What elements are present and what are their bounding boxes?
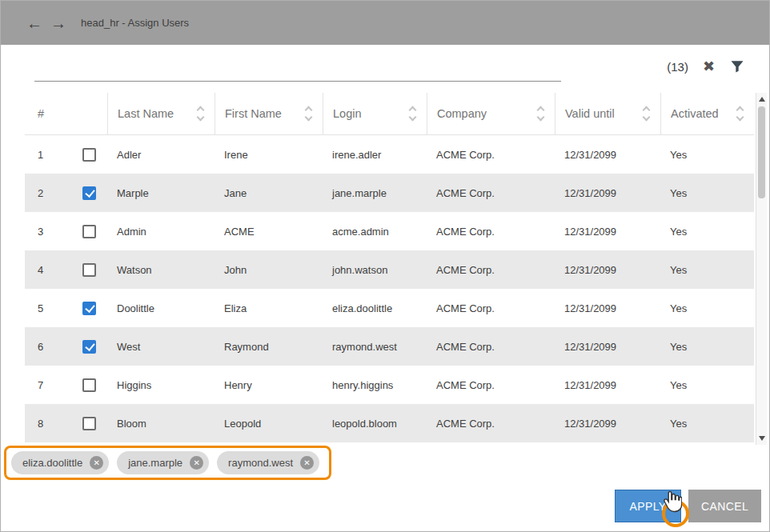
table-row: 6WestRaymondraymond.westACME Corp.12/31/…	[25, 327, 754, 366]
column-header-company[interactable]: Company	[427, 93, 555, 134]
user-chip: raymond.west✕	[217, 451, 319, 474]
sort-icon[interactable]	[306, 107, 311, 120]
table-row: 3AdminACMEacme.adminACME Corp.12/31/2099…	[25, 212, 754, 250]
cell-login: leopold.bloom	[323, 418, 427, 430]
cell-first-name: Eliza	[215, 302, 323, 314]
result-count: (13)	[667, 60, 688, 74]
cell-first-name: Henry	[215, 379, 323, 391]
table-row: 5DoolittleElizaeliza.doolittleACME Corp.…	[25, 289, 754, 327]
column-label: #	[38, 107, 44, 120]
cell-first-name: Irene	[215, 149, 323, 161]
column-label: Activated	[671, 107, 719, 120]
sort-icon[interactable]	[538, 107, 543, 120]
cell-last-name: Admin	[107, 226, 215, 238]
filter-funnel-icon[interactable]	[729, 58, 745, 74]
back-arrow-icon[interactable]: ←	[26, 15, 42, 31]
row-number-cell: 1	[25, 148, 107, 162]
column-header-last-name[interactable]: Last Name	[107, 93, 215, 134]
cell-first-name: ACME	[215, 226, 323, 238]
forward-arrow-icon[interactable]: →	[50, 15, 66, 31]
cell-last-name: Higgins	[107, 379, 215, 391]
row-number-cell: 8	[25, 417, 107, 430]
selected-users-chips: eliza.doolittle✕jane.marple✕raymond.west…	[4, 446, 331, 480]
vertical-scrollbar[interactable]	[756, 93, 767, 445]
sort-icon[interactable]	[737, 107, 743, 120]
cell-valid-until: 12/31/2099	[555, 187, 660, 199]
clear-filter-icon[interactable]: ✖	[703, 59, 715, 74]
filter-controls: (13) ✖	[667, 55, 745, 78]
row-number: 5	[38, 302, 82, 314]
cell-company: ACME Corp.	[427, 418, 555, 430]
cell-login: jane.marple	[323, 187, 427, 199]
column-label: Company	[437, 107, 487, 120]
table-row: 1AdlerIreneirene.adlerACME Corp.12/31/20…	[25, 135, 754, 174]
column-label: Login	[333, 107, 361, 120]
chip-label: jane.marple	[128, 457, 182, 469]
cell-last-name: Watson	[107, 264, 215, 276]
row-number-cell: 4	[25, 263, 107, 277]
apply-button[interactable]: APPLY	[615, 490, 681, 522]
column-label: Valid until	[565, 107, 615, 120]
cell-first-name: John	[215, 264, 323, 276]
cell-valid-until: 12/31/2099	[555, 264, 660, 276]
cell-activated: Yes	[660, 264, 754, 276]
row-checkbox[interactable]	[82, 417, 96, 430]
row-number-cell: 7	[25, 378, 107, 392]
row-number-cell: 5	[25, 302, 107, 315]
cell-login: henry.higgins	[323, 379, 427, 391]
filter-input[interactable]	[34, 57, 561, 82]
table-row: 4WatsonJohnjohn.watsonACME Corp.12/31/20…	[25, 250, 754, 289]
cancel-button[interactable]: CANCEL	[688, 490, 761, 522]
users-table: #Last NameFirst NameLoginCompanyValid un…	[25, 93, 754, 442]
sort-icon[interactable]	[410, 107, 415, 120]
cell-company: ACME Corp.	[427, 226, 555, 238]
column-label: Last Name	[118, 107, 174, 120]
chip-label: raymond.west	[228, 457, 293, 469]
cell-company: ACME Corp.	[427, 302, 555, 314]
cell-valid-until: 12/31/2099	[555, 418, 660, 430]
cell-activated: Yes	[660, 187, 754, 199]
row-number-cell: 3	[25, 225, 107, 238]
cell-activated: Yes	[660, 226, 754, 238]
row-number: 8	[38, 418, 82, 430]
row-number: 6	[38, 341, 82, 353]
cell-activated: Yes	[660, 418, 754, 430]
row-number: 4	[38, 264, 82, 276]
row-number: 2	[38, 187, 82, 199]
cell-first-name: Leopold	[215, 418, 323, 430]
cell-valid-until: 12/31/2099	[555, 341, 660, 353]
table-header-row: #Last NameFirst NameLoginCompanyValid un…	[25, 93, 754, 135]
chip-remove-icon[interactable]: ✕	[90, 456, 103, 470]
scroll-up-icon[interactable]	[759, 97, 765, 102]
row-checkbox[interactable]	[82, 225, 96, 238]
table-body: 1AdlerIreneirene.adlerACME Corp.12/31/20…	[25, 135, 754, 442]
scroll-down-icon[interactable]	[759, 436, 765, 441]
row-checkbox[interactable]	[82, 340, 96, 354]
table-row: 8BloomLeopoldleopold.bloomACME Corp.12/3…	[25, 404, 754, 442]
cell-login: eliza.doolittle	[323, 302, 427, 314]
column-header-valid-until[interactable]: Valid until	[555, 93, 660, 134]
cell-last-name: Doolittle	[107, 302, 215, 314]
chip-remove-icon[interactable]: ✕	[300, 456, 314, 470]
chip-remove-icon[interactable]: ✕	[190, 456, 203, 470]
cell-login: raymond.west	[323, 341, 427, 353]
cell-login: irene.adler	[323, 149, 427, 161]
row-checkbox[interactable]	[82, 148, 96, 162]
sort-icon[interactable]	[198, 107, 203, 120]
row-checkbox[interactable]	[82, 186, 96, 200]
cell-activated: Yes	[660, 379, 754, 391]
column-header-activated[interactable]: Activated	[660, 93, 754, 134]
row-checkbox[interactable]	[82, 302, 96, 315]
cell-valid-until: 12/31/2099	[555, 226, 660, 238]
scrollbar-thumb[interactable]	[758, 106, 765, 198]
row-number: 7	[38, 379, 82, 391]
column-label: First Name	[225, 107, 282, 120]
sort-icon[interactable]	[644, 107, 649, 120]
row-checkbox[interactable]	[82, 378, 96, 392]
assign-users-dialog: ← → head_hr - Assign Users (13) ✖ #Last …	[0, 0, 770, 532]
row-checkbox[interactable]	[82, 263, 96, 277]
cell-company: ACME Corp.	[427, 149, 555, 161]
column-header-login[interactable]: Login	[323, 93, 427, 134]
cell-valid-until: 12/31/2099	[555, 149, 660, 161]
column-header-first-name[interactable]: First Name	[215, 93, 323, 134]
